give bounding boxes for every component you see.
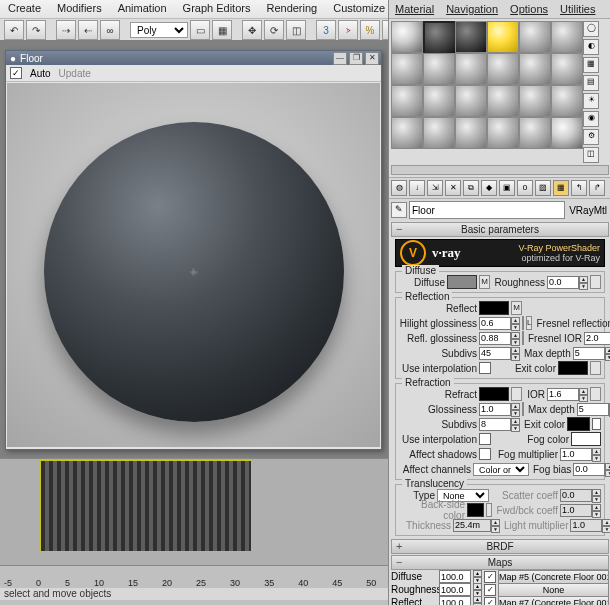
rgloss-spinner[interactable]: ▲▼: [479, 332, 520, 345]
menu-item[interactable]: Create: [0, 0, 49, 18]
angle-snap-btn[interactable]: ⦠: [338, 20, 358, 40]
sample-slot[interactable]: [391, 117, 423, 149]
sample-slot[interactable]: [519, 21, 551, 53]
rollout-basic[interactable]: −Basic parameters: [391, 222, 609, 237]
spinner-arrows[interactable]: ▲▼: [473, 596, 482, 605]
sample-scroll[interactable]: [391, 165, 609, 175]
background-btn[interactable]: ▦: [583, 57, 599, 73]
rgloss-map-btn[interactable]: [522, 331, 524, 345]
maxdepth2-spinner[interactable]: ▲▼: [577, 403, 610, 416]
affectshadows-checkbox[interactable]: [479, 448, 491, 460]
fogbias-spinner[interactable]: ▲▼: [573, 463, 610, 476]
menu-item[interactable]: Animation: [110, 0, 175, 18]
unlink-btn[interactable]: ⇠: [78, 20, 98, 40]
spinner-arrows[interactable]: ▲▼: [473, 570, 482, 583]
tab-material[interactable]: Material: [389, 1, 440, 17]
lightmult-spinner[interactable]: ▲▼: [570, 519, 610, 532]
maxdepth-spinner[interactable]: ▲▼: [573, 347, 610, 360]
select-by-mat-btn[interactable]: ◫: [583, 147, 599, 163]
selection-filter[interactable]: Poly: [130, 22, 188, 38]
exitcolor-swatch[interactable]: [558, 361, 588, 375]
spinner-arrows[interactable]: ▲▼: [473, 583, 482, 596]
material-name-input[interactable]: [409, 201, 565, 219]
diffuse-color[interactable]: [447, 275, 477, 289]
pick-material-btn[interactable]: ✎: [391, 202, 407, 218]
subdivs2-spinner[interactable]: ▲▼: [479, 418, 520, 431]
sample-slot[interactable]: [487, 85, 519, 117]
tab-navigation[interactable]: Navigation: [440, 1, 504, 17]
assign-btn[interactable]: ⇲: [427, 180, 443, 196]
sample-slot[interactable]: [423, 85, 455, 117]
map-slot-button[interactable]: Map #5 (Concrete Floor 001 D.jpg): [498, 570, 609, 584]
sample-slot[interactable]: [487, 21, 519, 53]
useinterp2-checkbox[interactable]: [479, 433, 491, 445]
subdivs-spinner[interactable]: ▲▼: [479, 347, 520, 360]
tab-utilities[interactable]: Utilities: [554, 1, 601, 17]
exitcolor-map-btn[interactable]: [590, 361, 601, 375]
reflect-map-btn[interactable]: M: [511, 301, 522, 315]
snap-btn[interactable]: 3: [316, 20, 336, 40]
close-btn[interactable]: ✕: [365, 52, 379, 65]
fresnelior-spinner[interactable]: ▲▼: [584, 332, 610, 345]
make-unique-btn[interactable]: ◆: [481, 180, 497, 196]
roughness-spinner[interactable]: ▲▼: [547, 276, 588, 289]
glossiness-map-btn[interactable]: [522, 402, 524, 416]
hgloss-map-btn[interactable]: [522, 316, 524, 330]
scatter-spinner[interactable]: ▲▼: [560, 489, 601, 502]
move-btn[interactable]: ✥: [242, 20, 262, 40]
preview-btn[interactable]: ◉: [583, 111, 599, 127]
sample-slot[interactable]: [423, 53, 455, 85]
sample-slot[interactable]: [487, 53, 519, 85]
hgloss-lock[interactable]: L: [526, 316, 532, 330]
scale-btn[interactable]: ◫: [286, 20, 306, 40]
fwdback-spinner[interactable]: ▲▼: [560, 504, 601, 517]
bind-btn[interactable]: ∞: [100, 20, 120, 40]
map-amount[interactable]: [439, 583, 471, 596]
map-amount[interactable]: [439, 596, 471, 605]
go-parent-btn[interactable]: ↰: [571, 180, 587, 196]
sample-slot[interactable]: [519, 53, 551, 85]
roughness-map-btn[interactable]: [590, 275, 601, 289]
backside-map-btn[interactable]: [486, 503, 493, 517]
map-enable-checkbox[interactable]: [484, 571, 496, 583]
link-btn[interactable]: ⇢: [56, 20, 76, 40]
useinterp-checkbox[interactable]: [479, 362, 491, 374]
menu-item[interactable]: Graph Editors: [175, 0, 259, 18]
undo-btn[interactable]: ↶: [4, 20, 24, 40]
glossiness-spinner[interactable]: ▲▼: [479, 403, 520, 416]
percent-snap-btn[interactable]: %: [360, 20, 380, 40]
backlight-btn[interactable]: ◐: [583, 39, 599, 55]
thickness-spinner[interactable]: ▲▼: [453, 519, 500, 532]
material-type-btn[interactable]: VRayMtl: [567, 205, 609, 216]
sample-slot[interactable]: [551, 21, 583, 53]
sample-slot[interactable]: [391, 53, 423, 85]
exitcolor2-swatch[interactable]: [567, 417, 590, 431]
ior-spinner[interactable]: ▲▼: [547, 388, 588, 401]
tab-options[interactable]: Options: [504, 1, 554, 17]
sample-slot[interactable]: [519, 117, 551, 149]
reset-btn[interactable]: ✕: [445, 180, 461, 196]
menu-item[interactable]: Customize: [325, 0, 393, 18]
update-button[interactable]: Update: [59, 68, 91, 79]
video-check-btn[interactable]: ☀: [583, 93, 599, 109]
sample-slot[interactable]: [423, 117, 455, 149]
get-material-btn[interactable]: ◍: [391, 180, 407, 196]
diffuse-map-btn[interactable]: M: [479, 275, 490, 289]
redo-btn[interactable]: ↷: [26, 20, 46, 40]
sample-slot[interactable]: [551, 53, 583, 85]
sample-slot[interactable]: [551, 117, 583, 149]
rotate-btn[interactable]: ⟳: [264, 20, 284, 40]
window-titlebar[interactable]: ● Floor — ❐ ✕: [6, 51, 381, 65]
affectchannels-select[interactable]: Color only: [473, 463, 529, 476]
put-to-lib-btn[interactable]: ▣: [499, 180, 515, 196]
select-name-btn[interactable]: ▦: [212, 20, 232, 40]
sample-slot[interactable]: [455, 117, 487, 149]
maximize-btn[interactable]: ❐: [349, 52, 363, 65]
refract-color[interactable]: [479, 387, 509, 401]
menu-item[interactable]: Modifiers: [49, 0, 110, 18]
show-end-btn[interactable]: ▦: [553, 180, 569, 196]
sample-slot[interactable]: [391, 85, 423, 117]
backside-swatch[interactable]: [467, 503, 484, 517]
sample-type-btn[interactable]: ◯: [583, 21, 599, 37]
map-slot-button[interactable]: None: [498, 583, 609, 597]
